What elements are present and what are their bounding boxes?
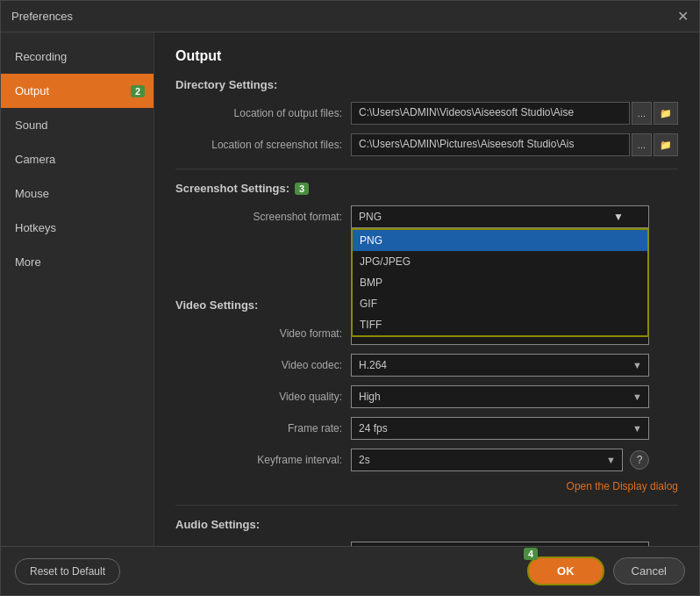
sidebar-item-hotkeys[interactable]: Hotkeys [1,211,154,245]
audio-format-select-wrapper: MP3 ▼ [351,542,649,546]
separator-1 [175,169,678,169]
screenshot-settings-title: Screenshot Settings: [175,182,289,195]
reset-button[interactable]: Reset to Default [15,558,120,585]
sidebar: Recording Output 2 Sound Camera Mouse Ho… [1,32,154,546]
sidebar-item-more-label: More [15,255,41,269]
keyframe-interval-row: Keyframe interval: 2s ▼ ? [175,449,678,471]
sidebar-item-camera[interactable]: Camera [1,142,154,176]
keyframe-select[interactable]: 2s [351,449,623,471]
output-files-group: C:\Users\ADMIN\Videos\Aiseesoft Studio\A… [351,102,678,125]
content-area: Recording Output 2 Sound Camera Mouse Ho… [1,32,699,546]
frame-rate-row: Frame rate: 24 fps ▼ [175,417,678,440]
screenshot-files-label: Location of screenshot files: [175,139,351,151]
format-option-gif[interactable]: GIF [353,293,647,314]
section-title: Output [175,48,678,64]
video-codec-select[interactable]: H.264 [351,354,649,377]
video-format-label: Video format: [175,327,351,340]
format-option-jpg[interactable]: JPG/JPEG [353,251,647,272]
video-quality-row: Video quality: High ▼ [175,385,678,408]
keyframe-help-button[interactable]: ? [630,450,649,470]
screenshot-settings-title-row: Screenshot Settings: 3 [175,182,678,195]
keyframe-interval-label: Keyframe interval: [175,454,351,466]
cancel-button[interactable]: Cancel [613,557,685,585]
audio-settings-title: Audio Settings: [175,518,678,531]
screenshot-settings-badge: 3 [295,183,309,195]
video-codec-select-wrapper: H.264 ▼ [351,354,649,377]
sidebar-item-mouse-label: Mouse [15,187,49,200]
output-files-folder-btn[interactable]: 📁 [654,102,678,125]
sidebar-item-output-label: Output [15,84,49,97]
sidebar-item-sound-label: Sound [15,118,48,132]
separator-2 [175,505,678,506]
frame-rate-label: Frame rate: [175,422,351,434]
screenshot-files-path: C:\Users\ADMIN\Pictures\Aiseesoft Studio… [351,133,630,156]
screenshot-format-label: Screenshot format: [175,211,351,223]
output-badge: 2 [131,85,145,97]
sidebar-item-sound[interactable]: Sound [1,108,154,142]
format-option-tiff[interactable]: TIFF [353,314,647,335]
frame-rate-select[interactable]: 24 fps [351,417,649,440]
output-files-row: Location of output files: C:\Users\ADMIN… [175,102,678,125]
sidebar-item-recording-label: Recording [15,50,67,63]
sidebar-item-camera-label: Camera [15,153,55,166]
preferences-window: Preferences ✕ Recording Output 2 Sound C… [0,0,700,596]
help-icon: ? [637,454,643,466]
screenshot-files-folder-btn[interactable]: 📁 [654,133,678,156]
video-quality-select[interactable]: High [351,385,649,408]
output-files-path: C:\Users\ADMIN\Videos\Aiseesoft Studio\A… [351,102,630,125]
output-files-label: Location of output files: [175,107,351,119]
output-files-ellipsis-btn[interactable]: ... [632,102,652,125]
sidebar-item-hotkeys-label: Hotkeys [15,221,56,234]
video-quality-select-wrapper: High ▼ [351,385,649,408]
screenshot-format-row: Screenshot format: PNG ▼ PNG JPG/JPEG BM… [175,205,678,228]
sidebar-item-mouse[interactable]: Mouse [1,176,154,211]
audio-format-select[interactable]: MP3 [351,542,649,546]
ok-badge: 4 [524,548,538,560]
screenshot-files-row: Location of screenshot files: C:\Users\A… [175,133,678,156]
sidebar-item-output[interactable]: Output 2 [1,74,154,108]
ok-button[interactable]: OK [527,557,604,585]
frame-rate-select-wrapper: 24 fps ▼ [351,417,649,440]
title-bar: Preferences ✕ [1,1,699,32]
format-option-png[interactable]: PNG [353,230,647,251]
format-option-bmp[interactable]: BMP [353,272,647,293]
screenshot-format-field[interactable]: PNG ▼ [351,205,649,228]
screenshot-format-dropdown-container: PNG ▼ PNG JPG/JPEG BMP GIF TIFF [351,205,649,228]
keyframe-row-group: 2s ▼ ? [351,449,649,471]
screenshot-format-value: PNG [359,211,382,223]
window-title: Preferences [11,10,677,23]
video-codec-label: Video codec: [175,359,351,371]
video-quality-label: Video quality: [175,391,351,403]
keyframe-select-wrapper: 2s ▼ [351,449,623,471]
screenshot-files-ellipsis-btn[interactable]: ... [632,133,652,156]
sidebar-item-more[interactable]: More [1,245,154,279]
directory-settings-title: Directory Settings: [175,78,678,91]
ok-btn-wrapper: 4 OK [527,557,604,585]
screenshot-format-list: PNG JPG/JPEG BMP GIF TIFF [351,228,649,337]
video-codec-row: Video codec: H.264 ▼ [175,354,678,377]
dropdown-arrow-icon: ▼ [613,211,624,223]
screenshot-files-group: C:\Users\ADMIN\Pictures\Aiseesoft Studio… [351,133,678,156]
bottom-bar: Reset to Default 4 OK Cancel [1,546,699,595]
main-panel: Output Directory Settings: Location of o… [154,32,699,546]
display-dialog-link[interactable]: Open the Display dialog [175,480,678,492]
close-button[interactable]: ✕ [677,10,689,24]
sidebar-item-recording[interactable]: Recording [1,39,154,74]
btn-group: 4 OK Cancel [527,557,685,585]
